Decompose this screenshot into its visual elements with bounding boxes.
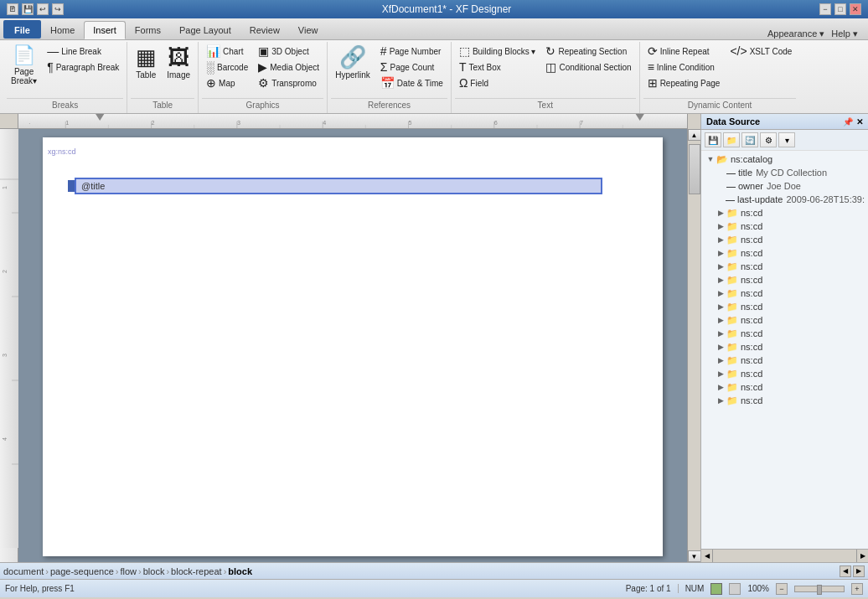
tree-item-nscd-7[interactable]: ▶ 📁 ns:cd (703, 287, 866, 300)
tree-item-nscd-12[interactable]: ▶ 📁 ns:cd (703, 354, 866, 367)
panel-scroll-right[interactable]: ▶ (856, 550, 868, 562)
titlebar-redo[interactable]: ↪ (52, 3, 64, 15)
tree-item-nscd-8[interactable]: ▶ 📁 ns:cd (703, 300, 866, 313)
expand-nscd15-icon[interactable]: ▶ (715, 395, 726, 406)
tree-item-nscd-5[interactable]: ▶ 📁 ns:cd (703, 260, 866, 273)
breadcrumb-block-repeat[interactable]: block-repeat (171, 566, 222, 576)
scroll-down-button[interactable]: ▼ (688, 550, 701, 562)
tree-item-nscd-2[interactable]: ▶ 📁 ns:cd (703, 219, 866, 233)
tab-forms[interactable]: Forms (126, 21, 170, 39)
tree-item-nscd-14[interactable]: ▶ 📁 ns:cd (703, 380, 866, 394)
ds-dropdown-button[interactable]: ▾ (778, 132, 795, 147)
tree-root-catalog[interactable]: ▼ 📂 ns:catalog (703, 152, 866, 166)
help-menu[interactable]: Help ▾ (831, 28, 858, 39)
paragraph-break-button[interactable]: ¶ Paragraph Break (43, 59, 123, 75)
inline-condition-button[interactable]: ≡ Inline Condition (643, 59, 725, 75)
breadcrumb-page-sequence[interactable]: page-sequence (50, 566, 114, 576)
expand-nscd1-icon[interactable]: ▶ (715, 207, 726, 219)
tree-item-nscd-9[interactable]: ▶ 📁 ns:cd (703, 313, 866, 327)
appearance-menu[interactable]: Appearance ▾ (767, 28, 824, 39)
image-button[interactable]: 🖼 Image (163, 44, 194, 94)
tab-insert[interactable]: Insert (84, 21, 126, 39)
breadcrumb-block[interactable]: block (143, 566, 165, 576)
tree-item-last-update[interactable]: — last-update 2009-06-28T15:39: (703, 193, 866, 206)
tree-item-title[interactable]: — title My CD Collection (703, 166, 866, 179)
ds-settings-button[interactable]: ⚙ (760, 132, 777, 147)
scroll-track[interactable] (688, 141, 701, 550)
restore-button[interactable]: □ (834, 3, 846, 15)
tab-home[interactable]: Home (41, 21, 84, 39)
expand-nscd4-icon[interactable]: ▶ (715, 247, 726, 259)
page-number-button[interactable]: # Page Number (376, 44, 447, 59)
breadcrumb-block-current[interactable]: block (228, 566, 252, 576)
expand-nscd8-icon[interactable]: ▶ (715, 301, 726, 312)
media-object-button[interactable]: ▶ Media Object (254, 59, 323, 75)
transpromo-button[interactable]: ⚙ Transpromo (254, 75, 323, 90)
field-button[interactable]: Ω Field (455, 75, 540, 90)
zoom-slider[interactable] (794, 586, 845, 592)
zoom-in-button[interactable]: + (851, 583, 863, 595)
panel-hscroll-track[interactable] (713, 550, 856, 562)
tab-view[interactable]: View (289, 21, 328, 39)
scroll-up-button[interactable]: ▲ (688, 129, 701, 141)
tree-item-nscd-3[interactable]: ▶ 📁 ns:cd (703, 233, 866, 246)
line-break-button[interactable]: — Line Break (43, 44, 123, 59)
expand-nscd6-icon[interactable]: ▶ (715, 274, 726, 286)
expand-nscd11-icon[interactable]: ▶ (715, 341, 726, 353)
doc-cursor-area[interactable]: @title (68, 178, 638, 194)
expand-nscd5-icon[interactable]: ▶ (715, 261, 726, 272)
date-time-button[interactable]: 📅 Date & Time (376, 75, 447, 90)
panel-scroll-left[interactable]: ◀ (701, 550, 713, 562)
map-button[interactable]: ⊕ Map (202, 75, 252, 90)
expand-nscd12-icon[interactable]: ▶ (715, 354, 726, 366)
close-button[interactable]: ✕ (850, 3, 861, 15)
minimize-button[interactable]: − (819, 3, 831, 15)
tree-item-nscd-6[interactable]: ▶ 📁 ns:cd (703, 273, 866, 287)
scroll-thumb[interactable] (689, 144, 700, 194)
page-break-button[interactable]: 📄 PageBreak▾ (7, 44, 41, 94)
vertical-scrollbar[interactable]: ▲ ▼ (687, 129, 700, 562)
tree-item-nscd-1[interactable]: ▶ 📁 ns:cd (703, 206, 866, 219)
inline-repeat-button[interactable]: ⟳ Inline Repeat (643, 44, 725, 59)
tree-item-nscd-11[interactable]: ▶ 📁 ns:cd (703, 340, 866, 354)
hscroll-right-button[interactable]: ▶ (853, 565, 865, 577)
conditional-section-button[interactable]: ◫ Conditional Section (541, 59, 635, 75)
titlebar-save[interactable]: 💾 (22, 3, 34, 15)
tree-item-nscd-15[interactable]: ▶ 📁 ns:cd (703, 394, 866, 407)
barcode-button[interactable]: ░ Barcode (202, 59, 252, 75)
field-content-box[interactable]: @title (75, 178, 602, 194)
chart-button[interactable]: 📊 Chart (202, 44, 252, 59)
zoom-slider-thumb[interactable] (817, 585, 822, 595)
expand-nscd14-icon[interactable]: ▶ (715, 381, 726, 393)
expand-nscd3-icon[interactable]: ▶ (715, 234, 726, 245)
ds-open-button[interactable]: 📁 (723, 132, 740, 147)
text-box-button[interactable]: T Text Box (455, 59, 540, 75)
panel-close-button[interactable]: ✕ (856, 117, 863, 127)
repeating-page-button[interactable]: ⊞ Repeating Page (643, 75, 725, 90)
3d-object-button[interactable]: ▣ 3D Object (254, 44, 323, 59)
hscroll-left-button[interactable]: ◀ (840, 565, 851, 577)
page-count-button[interactable]: Σ Page Count (376, 59, 447, 75)
table-button[interactable]: ▦ Table (131, 44, 161, 94)
expand-nscd13-icon[interactable]: ▶ (715, 368, 726, 380)
panel-pin-button[interactable]: 📌 (843, 117, 853, 127)
expand-nscd7-icon[interactable]: ▶ (715, 287, 726, 299)
building-blocks-button[interactable]: ⬚ Building Blocks ▾ (455, 44, 540, 59)
ds-save-button[interactable]: 💾 (705, 132, 721, 147)
tab-file[interactable]: File (3, 20, 41, 39)
breadcrumb-flow[interactable]: flow (121, 566, 137, 576)
tree-item-nscd-4[interactable]: ▶ 📁 ns:cd (703, 246, 866, 260)
expand-catalog-icon[interactable]: ▼ (705, 153, 716, 165)
titlebar-undo[interactable]: ↩ (37, 3, 49, 15)
expand-nscd2-icon[interactable]: ▶ (715, 220, 726, 232)
xslt-code-button[interactable]: </> XSLT Code (726, 44, 796, 59)
tab-review[interactable]: Review (240, 21, 289, 39)
tree-item-nscd-13[interactable]: ▶ 📁 ns:cd (703, 367, 866, 380)
breadcrumb-document[interactable]: document (3, 566, 44, 576)
tree-item-owner[interactable]: — owner Joe Doe (703, 179, 866, 193)
zoom-out-button[interactable]: − (776, 583, 788, 595)
tab-page-layout[interactable]: Page Layout (170, 21, 240, 39)
expand-nscd10-icon[interactable]: ▶ (715, 328, 726, 339)
expand-nscd9-icon[interactable]: ▶ (715, 314, 726, 326)
hyperlink-button[interactable]: 🔗 Hyperlink (331, 44, 375, 94)
